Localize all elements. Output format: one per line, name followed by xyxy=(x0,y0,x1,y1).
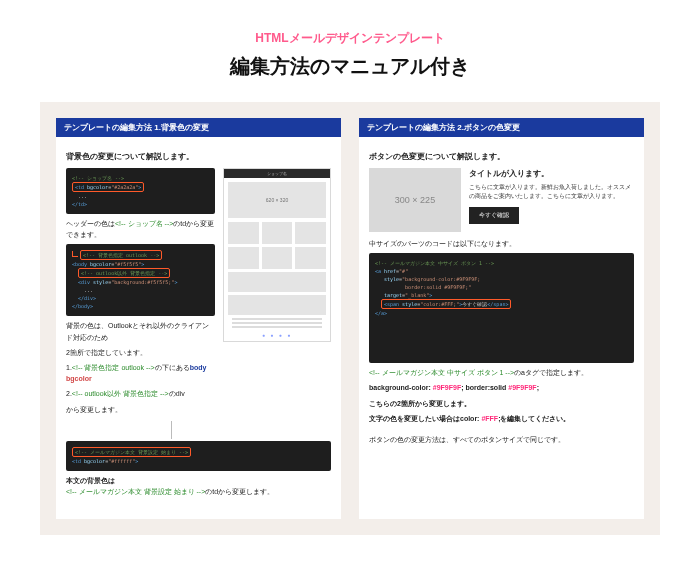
bg-note-2-tail: のdiv xyxy=(169,390,185,397)
code-block-header-td: <!-- ショップ名 --> <td bgcolor="#2a2a2a"> ..… xyxy=(66,168,215,214)
preview-social-icons: ● ● ● ● xyxy=(224,330,330,341)
feature-body: こちらに文章が入ります。新鮮お魚入荷しました。オススメの商品をご案内いたします。… xyxy=(469,183,634,201)
preview-textline xyxy=(232,318,322,320)
btn-ann-2-m: ; border:solid xyxy=(461,384,508,391)
bodybg-lead: 本文の背景色は xyxy=(66,477,115,484)
email-preview-row3-a xyxy=(228,222,326,244)
panel-button-color-header: テンプレートの編集方法 2.ボタンの色変更 xyxy=(359,118,644,137)
page-title: 編集方法のマニュアル付き xyxy=(40,53,660,80)
feature-copy: タイトルが入ります。 こちらに文章が入ります。新鮮お魚入荷しました。オススメの商… xyxy=(469,168,634,224)
btn-ann-4-c: #FFF xyxy=(481,415,498,422)
preview-card xyxy=(295,247,326,269)
btn-ann-2-p: background-color: xyxy=(369,384,433,391)
code-block-button: <!-- メールマガジン本文 中サイズ ボタン 1 --> <a href="#… xyxy=(369,253,634,363)
email-preview: ショップ名 620 × 320 xyxy=(223,168,331,342)
btn-ann-2: background-color: #9F9F9F; border:solid … xyxy=(369,382,634,393)
preview-textline xyxy=(232,322,322,324)
page: HTMLメールデザインテンプレート 編集方法のマニュアル付き テンプレートの編集… xyxy=(0,0,700,555)
panel-bgcolor-header: テンプレートの編集方法 1.背景色の変更 xyxy=(56,118,341,137)
btn-ann-1-green: <!-- メールマガジン本文 中サイズ ボタン 1 --> xyxy=(369,369,514,376)
btn-ann-3: こちらの2箇所から変更します。 xyxy=(369,398,634,409)
preview-fullcard xyxy=(228,272,326,292)
feature-cta-button[interactable]: 今すぐ確認 xyxy=(469,207,519,224)
btn-ann-2-c1: #9F9F9F xyxy=(433,384,461,391)
btn-ann-4-s: ;を編集してください。 xyxy=(498,415,570,422)
preview-card xyxy=(228,247,259,269)
btn-ann-2-s: ; xyxy=(537,384,539,391)
connector-line xyxy=(66,421,172,439)
bg-note-1: 1.<!-- 背景色指定 outlook -->の下にあるbody bgcolo… xyxy=(66,362,215,384)
bg-note-1-green: <!-- 背景色指定 outlook --> xyxy=(72,364,155,371)
btn-ann-2-c2: #9F9F9F xyxy=(508,384,536,391)
code-block-bodybg: <!-- メールマガジン本文 背景設定 始まり --> <td bgcolor=… xyxy=(66,441,331,471)
panel-bgcolor-body: 背景色の変更について解説します。 <!-- ショップ名 --> <td bgco… xyxy=(56,137,341,509)
panels-stage: テンプレートの編集方法 1.背景色の変更 背景色の変更について解説します。 <!… xyxy=(40,102,660,535)
bg-note-lead2: 2箇所で指定しています。 xyxy=(66,347,215,358)
panel-button-color: テンプレートの編集方法 2.ボタンの色変更 ボタンの色変更について解説します。 … xyxy=(359,118,644,519)
preview-card xyxy=(262,247,293,269)
left-col-preview: ショップ名 620 × 320 xyxy=(223,168,331,419)
panel-bgcolor: テンプレートの編集方法 1.背景色の変更 背景色の変更について解説します。 <!… xyxy=(56,118,341,519)
feature-thumbnail: 300 × 225 xyxy=(369,168,461,232)
preview-fullcard xyxy=(228,295,326,315)
feature-block: 300 × 225 タイトルが入ります。 こちらに文章が入ります。新鮮お魚入荷し… xyxy=(369,168,634,232)
preview-card xyxy=(228,222,259,244)
bodybg-note: 本文の背景色は <!-- メールマガジン本文 背景設定 始まり -->のtdから… xyxy=(66,475,331,497)
bg-note-2-green: <!-- outlook以外 背景色指定 --> xyxy=(72,390,169,397)
intro-text: 背景色の変更について解説します。 xyxy=(66,151,331,162)
preview-card xyxy=(262,222,293,244)
header-note-pre: ヘッダーの色は xyxy=(66,220,115,227)
email-preview-row3-b xyxy=(228,247,326,269)
btn-ann-4-p: 文字の色を変更したい場合はcolor: xyxy=(369,415,481,422)
bg-note-end: から変更します。 xyxy=(66,404,215,415)
btn-footer-note: ボタンの色の変更方法は、すべてのボタンサイズで同じです。 xyxy=(369,434,634,445)
email-preview-header: ショップ名 xyxy=(224,169,330,178)
btn-ann-4: 文字の色を変更したい場合はcolor: #FFF;を編集してください。 xyxy=(369,413,634,424)
bodybg-tail: のtdから変更します。 xyxy=(205,488,274,495)
preview-card xyxy=(295,222,326,244)
left-two-columns: <!-- ショップ名 --> <td bgcolor="#2a2a2a"> ..… xyxy=(66,168,331,419)
bodybg-green: <!-- メールマガジン本文 背景設定 始まり --> xyxy=(66,488,205,495)
intro-text: ボタンの色変更について解説します。 xyxy=(369,151,634,162)
preview-textline xyxy=(232,326,322,328)
left-col-code: <!-- ショップ名 --> <td bgcolor="#2a2a2a"> ..… xyxy=(66,168,215,419)
eyebrow-text: HTMLメールデザインテンプレート xyxy=(40,30,660,47)
email-preview-hero: 620 × 320 xyxy=(228,182,326,218)
mid-note: 中サイズのパーツのコードは以下になります。 xyxy=(369,238,634,249)
panel-button-color-body: ボタンの色変更について解説します。 300 × 225 タイトルが入ります。 こ… xyxy=(359,137,644,457)
bg-note-lead: 背景の色は、Outlookとそれ以外のクライアンド対応のため xyxy=(66,320,215,342)
bg-note-2: 2.<!-- outlook以外 背景色指定 -->のdiv xyxy=(66,388,215,399)
header-note-comment: <!-- ショップ名 --> xyxy=(115,220,173,227)
header-note: ヘッダーの色は<!-- ショップ名 -->のtdから変更できます。 xyxy=(66,218,215,240)
btn-ann-1: <!-- メールマガジン本文 中サイズ ボタン 1 -->のaタグで指定します。 xyxy=(369,367,634,378)
code-block-body-bg: <!-- 背景色指定 outlook --> <body bgcolor="#f… xyxy=(66,244,215,316)
btn-ann-1-tail: のaタグで指定します。 xyxy=(514,369,588,376)
feature-title: タイトルが入ります。 xyxy=(469,168,634,179)
